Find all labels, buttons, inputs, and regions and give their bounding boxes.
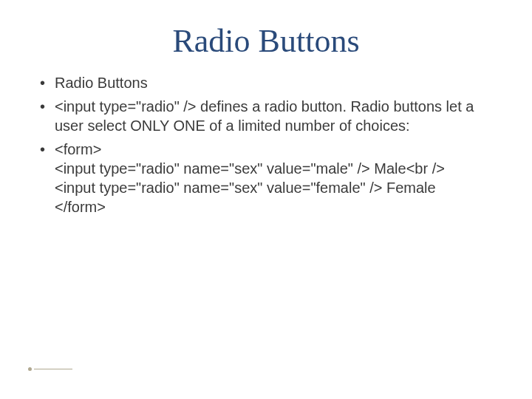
slide-title: Radio Buttons xyxy=(30,22,502,60)
bullet-text: <input type="radio" /> defines a radio b… xyxy=(55,98,474,134)
bullet-text: <form> <input type="radio" name="sex" va… xyxy=(55,141,445,215)
decoration-line-icon xyxy=(34,369,72,369)
list-item: Radio Buttons xyxy=(37,73,495,92)
list-item: <form> <input type="radio" name="sex" va… xyxy=(37,140,495,216)
list-item: <input type="radio" /> defines a radio b… xyxy=(37,97,495,135)
decoration-dot-icon xyxy=(28,367,32,371)
bullet-list: Radio Buttons <input type="radio" /> def… xyxy=(30,73,502,216)
bullet-text: Radio Buttons xyxy=(55,75,148,91)
slide: Radio Buttons Radio Buttons <input type=… xyxy=(0,0,532,399)
slide-decoration xyxy=(28,367,72,371)
